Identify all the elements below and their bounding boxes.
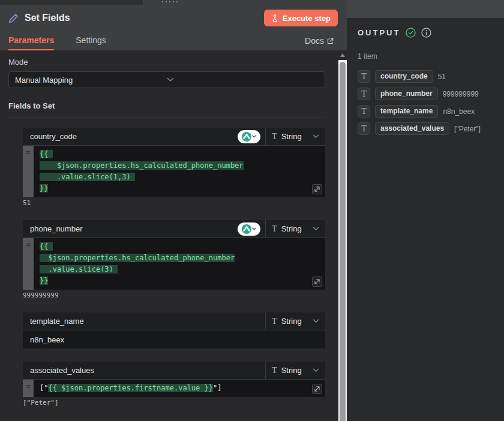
output-rows: T country_code 51 T phone_number 9999999… [358,70,493,135]
output-panel: OUTPUT 1 item T [347,0,504,421]
chevron-down-icon [252,135,256,138]
chevron-down-icon [252,227,256,230]
field-name-input[interactable]: template_name [23,317,265,326]
node-title: Set Fields [25,13,70,23]
field-name-row: associated_values T String [23,362,325,380]
items-count: 1 item [358,52,493,61]
docs-link[interactable]: Docs [305,31,334,50]
type-glyph: T [361,89,367,98]
expand-expression-icon[interactable] [312,184,322,194]
type-glyph: T [361,72,367,81]
type-text-icon: T [272,366,277,375]
type-text-icon: T [358,122,370,135]
mode-select[interactable]: Manual Mapping [8,71,325,88]
output-field-pill[interactable]: phone_number [375,88,438,100]
output-row: T phone_number 999999999 [358,88,493,100]
field-type-select[interactable]: T String [265,128,325,145]
output-field-value: n8n_beex [443,107,475,116]
output-row: T template_name n8n_beex [358,105,493,118]
mapped-node-pill[interactable] [238,222,260,236]
expand-expression-icon[interactable] [312,384,322,394]
field-name-row: country_code T String [23,128,325,146]
panel-scrollbar[interactable] [338,50,347,421]
mapped-node-pill[interactable] [238,130,260,143]
tab-settings[interactable]: Settings [76,31,106,50]
expression-line: {{ [40,242,53,251]
expression-line: $json.properties.hs_calculated_phone_num… [40,161,244,170]
expression-editor[interactable]: = ["{{ $json.properties.firstname.value … [23,380,325,397]
expression-code[interactable]: {{ $json.properties.hs_calculated_phone_… [34,146,325,197]
type-label: String [281,317,308,326]
info-circle-icon[interactable] [421,28,431,38]
scrollbar-track[interactable] [338,60,347,421]
type-label: String [281,224,308,233]
external-link-icon [327,38,334,44]
drag-handle-icon[interactable] [162,1,178,2]
expression-editor[interactable]: = {{ $json.properties.hs_calculated_phon… [23,238,325,290]
field-template-name: template_name T String n8n_beex [23,312,325,348]
output-field-pill[interactable]: country_code [375,70,433,83]
output-field-value: 51 [438,73,446,81]
type-text-icon: T [272,224,277,233]
expression-text: [" [40,384,48,392]
execute-step-button[interactable]: Execute step [264,10,338,26]
output-title: OUTPUT [358,28,400,37]
tab-parameters[interactable]: Parameters [8,31,54,50]
type-glyph: T [361,107,367,116]
field-name-row: phone_number T String [23,220,325,238]
type-glyph: T [361,124,367,133]
field-type-select[interactable]: T String [265,312,325,330]
tab-bar: Parameters Settings Docs [0,31,347,50]
type-text-icon: T [272,132,277,141]
output-field-value: ["Peter"] [454,125,481,133]
chevron-down-icon [313,368,319,372]
execute-step-label: Execute step [283,14,331,23]
type-label: String [281,366,308,375]
expression-editor[interactable]: = {{ $json.properties.hs_calculated_phon… [23,146,325,197]
expression-result: ["Peter"] [23,399,325,407]
field-name-input[interactable]: associated_values [23,366,265,375]
type-label: String [281,132,308,141]
mode-label: Mode [8,58,347,67]
field-type-select[interactable]: T String [265,220,325,237]
expression-line: }} [40,184,48,193]
flask-icon [271,14,278,22]
type-text-icon: T [358,88,370,100]
expression-line: $json.properties.hs_calculated_phone_num… [40,254,235,262]
expression-code[interactable]: {{ $json.properties.hs_calculated_phone_… [34,238,325,290]
chevron-down-icon [313,319,319,323]
chevron-down-icon [313,227,319,231]
expression-highlight: {{ $json.properties.firstname.value }} [48,384,213,392]
canvas-background [347,0,504,18]
check-circle-icon[interactable] [406,28,416,38]
expression-line: {{ [40,150,53,158]
canvas-edge [0,0,143,5]
expression-line: .value.slice(1,3) [40,173,135,181]
scroll-up-arrow-icon[interactable] [338,50,347,60]
field-name-input[interactable]: phone_number [23,224,238,233]
field-value-input[interactable]: n8n_beex [23,330,325,348]
panel-header: Set Fields Execute step [0,5,347,31]
field-name-input[interactable]: country_code [23,132,238,141]
fields-to-set-label: Fields to Set [8,101,347,110]
type-text-icon: T [358,105,370,118]
type-text-icon: T [358,70,370,83]
expression-result: 51 [23,199,325,207]
output-row: T associated_values ["Peter"] [358,122,493,135]
parameters-content: Mode Manual Mapping Fields to Set countr… [0,50,347,421]
chevron-down-icon [313,134,319,139]
expression-gutter: = [23,380,34,397]
field-country-code: country_code T String [23,128,325,207]
scrollbar-thumb[interactable] [340,62,346,421]
pencil-icon[interactable] [8,13,19,23]
output-field-pill[interactable]: associated_values [375,122,449,135]
n8n-node-detail-view: Set Fields Execute step Parameters Setti… [0,0,504,421]
tab-spacer [128,31,305,50]
node-avatar-icon [242,132,251,142]
expression-code[interactable]: ["{{ $json.properties.firstname.value }}… [34,380,325,397]
expand-expression-icon[interactable] [312,276,322,287]
output-field-pill[interactable]: template_name [375,105,438,118]
field-type-select[interactable]: T String [265,362,325,379]
expression-gutter: = [23,238,34,290]
output-header: OUTPUT [358,28,493,38]
